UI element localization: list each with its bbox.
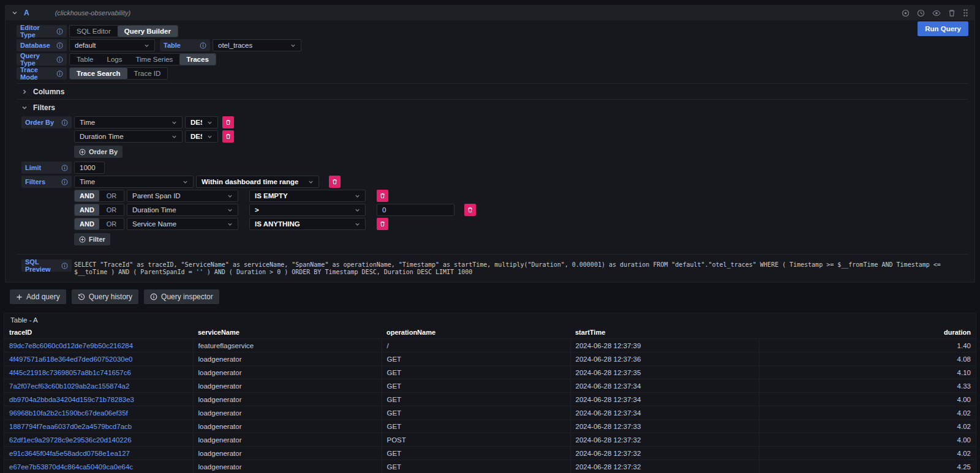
duration-cell: 4.02	[759, 420, 976, 433]
duration-cell: 4.10	[759, 366, 976, 379]
trace-id-cell[interactable]: 89dc7e8c6060c0d12de7e9b50c216284	[4, 339, 193, 352]
info-icon[interactable]	[61, 179, 68, 185]
filters-content: Order By Time DESC	[17, 115, 968, 250]
remove-query-icon[interactable]	[948, 9, 956, 17]
trace-id-cell[interactable]: e91c3645f04fa5e58adcd0758e1ea127	[4, 447, 193, 460]
service-name-cell: loadgenerator	[193, 433, 382, 447]
trace-id-cell[interactable]: 62df1ec9a29728c9e29536c20d140226	[4, 433, 193, 447]
trash-icon	[380, 193, 385, 199]
trace-id-link[interactable]: 62df1ec9a29728c9e29536c20d140226	[9, 436, 132, 444]
collapse-chevron-icon[interactable]	[12, 10, 18, 16]
editor-type-sql-editor[interactable]: SQL Editor	[70, 26, 118, 37]
info-icon[interactable]	[56, 42, 63, 49]
filter-field-select[interactable]: Duration Time	[127, 204, 238, 216]
trace-id-link[interactable]: 7a2f07ecf63c60b1029ab2ac155874a2	[9, 382, 129, 390]
trace-mode-toggle: Trace Search Trace ID	[69, 67, 168, 80]
info-icon[interactable]	[61, 119, 68, 126]
drag-handle[interactable]	[963, 9, 968, 17]
trace-id-link[interactable]: 4f497571a618e364ed7ded60752030e0	[9, 356, 132, 363]
trace-id-cell[interactable]: 4f497571a618e364ed7ded60752030e0	[4, 352, 193, 366]
duration-cell: 4.00	[759, 393, 976, 406]
results-table: traceID serviceName operationName startT…	[4, 326, 976, 473]
trace-id-cell[interactable]: 1887794f7eaa6037d0e2a4579bcd7acb	[4, 420, 193, 433]
database-select[interactable]: default	[69, 39, 155, 51]
info-icon[interactable]	[200, 42, 206, 49]
order-by-direction-select[interactable]: DESC	[185, 116, 218, 128]
filter-field-select[interactable]: Parent Span ID	[127, 190, 238, 202]
filters-section-header[interactable]: Filters	[17, 99, 968, 115]
filter-operator-select[interactable]: >	[249, 204, 366, 216]
trace-mode-trace-search[interactable]: Trace Search	[70, 68, 127, 79]
operation-name-cell: GET	[382, 420, 570, 433]
run-query-button[interactable]: Run Query	[918, 21, 968, 36]
order-by-field-select[interactable]: Time	[74, 116, 183, 128]
info-icon[interactable]	[61, 263, 68, 269]
remove-condition-button[interactable]	[377, 190, 388, 202]
operation-name-cell: GET	[382, 379, 570, 393]
trash-icon	[225, 119, 231, 125]
info-icon[interactable]	[56, 56, 63, 63]
query-history-icon[interactable]	[917, 9, 925, 17]
query-type-time-series[interactable]: Time Series	[129, 54, 179, 65]
remove-filter-button[interactable]	[329, 176, 341, 188]
column-header-operationname[interactable]: operationName	[382, 326, 570, 339]
editor-type-query-builder[interactable]: Query Builder	[118, 26, 178, 37]
info-icon[interactable]	[61, 165, 68, 171]
column-header-starttime[interactable]: startTime	[570, 326, 759, 339]
column-header-servicename[interactable]: serviceName	[193, 326, 382, 339]
trace-id-cell[interactable]: 96968b10fa2b2c1590bc67dea06ef35f	[4, 406, 193, 420]
info-icon[interactable]	[56, 70, 63, 77]
chevron-down-icon	[227, 207, 233, 213]
bool-and-button[interactable]: AND	[75, 190, 99, 201]
trace-id-cell[interactable]: 4f45c21918c73698057a8b1c741657c6	[4, 366, 193, 379]
trace-id-link[interactable]: 1887794f7eaa6037d0e2a4579bcd7acb	[9, 423, 132, 430]
trace-id-cell[interactable]: e67ee7b53870d4c864ca50409ca0e64c	[4, 460, 193, 473]
bool-and-button[interactable]: AND	[75, 218, 99, 229]
info-icon[interactable]	[56, 28, 63, 35]
query-history-button[interactable]: Query history	[72, 289, 138, 304]
column-header-duration[interactable]: duration	[759, 326, 976, 339]
trace-id-link[interactable]: db9704a2bbda34204d159c71b78283e3	[9, 396, 134, 403]
sql-preview-label: SQL Preview	[21, 259, 72, 272]
bool-or-button[interactable]: OR	[99, 204, 124, 215]
remove-condition-button[interactable]	[464, 204, 476, 216]
bool-or-button[interactable]: OR	[99, 190, 124, 201]
filter-field-select[interactable]: Service Name	[127, 218, 238, 230]
trace-id-link[interactable]: 4f45c21918c73698057a8b1c741657c6	[9, 369, 131, 376]
order-by-field-select[interactable]: Duration Time	[74, 130, 183, 143]
filter-operator-select[interactable]: IS ANYTHING	[249, 218, 366, 230]
trace-id-cell[interactable]: db9704a2bbda34204d159c71b78283e3	[4, 393, 193, 406]
filter-time-field-select[interactable]: Time	[74, 176, 194, 188]
trace-id-link[interactable]: e91c3645f04fa5e58adcd0758e1ea127	[9, 450, 130, 457]
trace-id-cell[interactable]: 7a2f07ecf63c60b1029ab2ac155874a2	[4, 379, 193, 393]
order-by-direction-select[interactable]: DESC	[185, 130, 218, 143]
bool-and-button[interactable]: AND	[75, 204, 99, 215]
trace-mode-trace-id[interactable]: Trace ID	[127, 68, 168, 79]
filter-value-input[interactable]	[377, 204, 454, 216]
trace-id-link[interactable]: e67ee7b53870d4c864ca50409ca0e64c	[9, 463, 133, 471]
filter-operator-select[interactable]: IS EMPTY	[249, 190, 366, 202]
columns-section-header[interactable]: Columns	[17, 83, 968, 99]
column-header-traceid[interactable]: traceID	[4, 326, 193, 339]
remove-condition-button[interactable]	[377, 218, 388, 230]
add-filter-button[interactable]: Filter	[74, 233, 110, 245]
limit-input[interactable]	[74, 162, 105, 174]
query-inspector-button[interactable]: Query inspector	[144, 289, 219, 304]
filter-time-range-select[interactable]: Within dashboard time range	[196, 176, 319, 188]
table-select[interactable]: otel_traces	[213, 39, 301, 51]
bool-or-button[interactable]: OR	[99, 218, 124, 229]
add-order-by-button[interactable]: Order By	[74, 146, 123, 158]
trace-id-link[interactable]: 96968b10fa2b2c1590bc67dea06ef35f	[9, 409, 128, 417]
query-type-table[interactable]: Table	[70, 54, 100, 65]
chevron-down-icon	[355, 222, 360, 227]
duplicate-query-icon[interactable]	[902, 9, 910, 17]
query-type-logs[interactable]: Logs	[100, 54, 129, 65]
query-row-header[interactable]: A (clickhouse-observability)	[6, 6, 974, 20]
add-query-button[interactable]: Add query	[10, 289, 66, 304]
remove-order-by-button[interactable]	[222, 116, 234, 128]
chevron-right-icon	[21, 89, 28, 95]
hide-response-icon[interactable]	[932, 9, 941, 17]
query-type-traces[interactable]: Traces	[179, 54, 215, 65]
remove-order-by-button[interactable]	[222, 130, 234, 143]
trace-id-link[interactable]: 89dc7e8c6060c0d12de7e9b50c216284	[9, 342, 133, 349]
